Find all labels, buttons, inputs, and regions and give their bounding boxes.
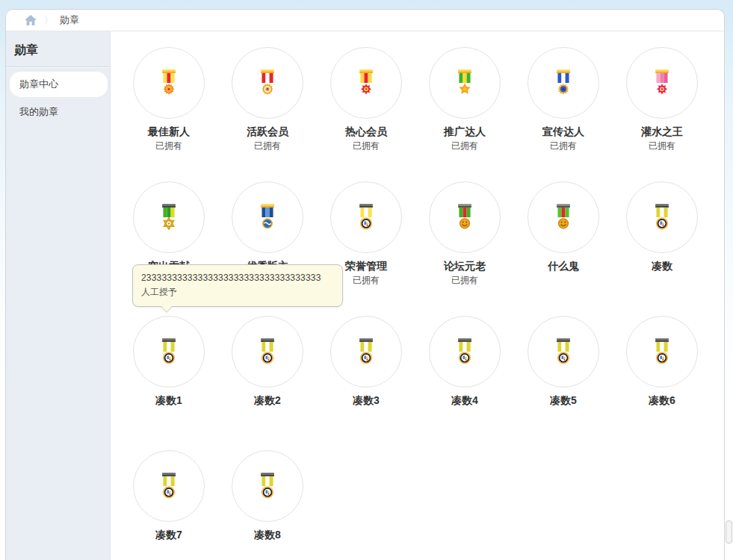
badge-card: 最佳新人已拥有 [120,47,218,181]
tooltip-grant-type: 人工授予 [141,285,334,299]
badge-circle[interactable] [626,181,698,253]
badge-card: 凑数7 [120,450,218,560]
badge-name: 最佳新人 [120,125,218,138]
badge-name: 推广达人 [415,125,514,138]
badge-card: 什么鬼 [514,181,613,316]
badge-name: 凑数1 [120,393,218,407]
badge-circle[interactable] [528,47,599,119]
badge-name: 凑数8 [218,528,317,541]
tooltip: 23333333333333333333333333333333333 人工授予 [132,264,343,307]
badge-circle[interactable] [429,181,501,253]
medal-filler-icon [353,337,380,367]
badge-name: 凑数4 [415,393,514,407]
badge-card: 凑数2 [218,316,317,450]
medal-filler-icon [550,337,577,367]
medal-filler-icon [155,471,182,501]
content-container: 〉 勋章 勋章 勋章中心 我的勋章 最佳新人已拥有 [5,9,725,560]
badge-status [415,408,514,421]
badge-circle[interactable] [528,316,599,388]
badge-circle[interactable] [133,316,205,388]
tooltip-arrow-inner-icon [161,305,173,312]
badge-circle[interactable] [330,47,402,119]
badge-status [514,408,613,421]
badge-status [120,543,218,556]
badge-circle[interactable] [528,181,599,253]
badge-circle[interactable] [626,47,698,119]
medal-smiley-icon [550,202,577,232]
badge-circle[interactable] [232,450,303,522]
badge-card: 凑数4 [415,316,514,450]
badge-card: 论坛元老已拥有 [415,181,514,316]
sidebar: 勋章 勋章中心 我的勋章 [6,31,111,560]
medal-publicity-expert-icon [550,68,577,98]
badge-card: 凑数5 [514,316,613,450]
badge-name: 宣传达人 [514,125,613,138]
badge-status [218,408,317,421]
badge-name: 活跃会员 [218,125,317,138]
badge-status [613,274,711,287]
badge-circle[interactable] [429,47,501,119]
badge-circle[interactable] [330,181,402,253]
medal-active-member-icon [254,68,281,98]
badge-circle[interactable] [626,316,698,388]
badge-status [317,408,415,421]
medal-enthusiastic-member-icon [353,68,380,98]
badge-status [120,408,218,421]
vertical-scrollbar-thumb[interactable] [726,520,732,544]
badge-card: 推广达人已拥有 [415,47,514,181]
medal-outstanding-contribution-icon [155,202,182,232]
badge-circle[interactable] [133,450,205,522]
badge-circle[interactable] [330,316,402,388]
badge-name: 灌水之王 [613,125,711,138]
sidebar-item-my-medals[interactable]: 我的勋章 [10,99,108,125]
badge-status: 已拥有 [613,140,711,152]
badge-status: 已拥有 [120,140,218,152]
medal-excellent-moderator-icon [254,202,281,232]
badge-circle[interactable] [133,181,205,253]
content-body: 勋章 勋章中心 我的勋章 最佳新人已拥有 [6,31,724,560]
badge-status: 已拥有 [317,140,415,152]
badge-name: 凑数 [613,259,711,273]
badge-name: 凑数5 [514,393,613,407]
badge-card: 热心会员已拥有 [317,47,415,181]
badge-status: 已拥有 [514,140,613,152]
badge-name: 热心会员 [317,125,415,138]
medal-honor-admin-icon [353,202,380,232]
badge-name: 论坛元老 [415,259,514,273]
badge-status: 已拥有 [415,274,514,287]
medal-filler-icon [254,471,281,501]
badge-circle[interactable] [232,47,303,119]
badge-name: 凑数2 [218,393,317,407]
badge-name: 什么鬼 [514,259,613,273]
badge-circle[interactable] [232,316,303,388]
medal-flood-king-icon [649,68,675,98]
sidebar-divider [6,66,110,68]
badge-card: 宣传达人已拥有 [514,47,613,181]
breadcrumb-current: 勋章 [60,13,79,27]
badge-name: 凑数3 [317,393,415,407]
medal-forum-veteran-icon [451,202,478,232]
breadcrumb-separator-icon: 〉 [44,14,53,27]
medal-filler-icon [254,337,281,367]
medal-promotion-expert-icon [451,68,478,98]
badge-name: 凑数6 [613,393,711,407]
badge-card: 灌水之王已拥有 [613,47,711,181]
sidebar-menu: 勋章中心 我的勋章 [6,72,110,125]
medal-filler-icon [451,337,478,367]
sidebar-item-medal-center[interactable]: 勋章中心 [10,72,108,97]
medal-filler-icon [155,337,182,367]
badge-card: 凑数8 [218,450,317,560]
badge-card: 凑数 [613,181,711,316]
breadcrumb: 〉 勋章 [6,10,724,31]
badge-name: 凑数7 [120,528,218,541]
home-icon[interactable] [25,15,37,26]
badge-card: 凑数1 [120,316,218,450]
badge-circle[interactable] [429,316,501,388]
badge-status: 已拥有 [415,140,514,152]
badge-circle[interactable] [133,47,205,119]
badge-status [514,274,613,287]
tooltip-description: 23333333333333333333333333333333333 [141,271,334,285]
badge-status: 已拥有 [218,140,317,152]
medal-best-newcomer-icon [155,68,182,98]
badge-circle[interactable] [232,181,303,253]
